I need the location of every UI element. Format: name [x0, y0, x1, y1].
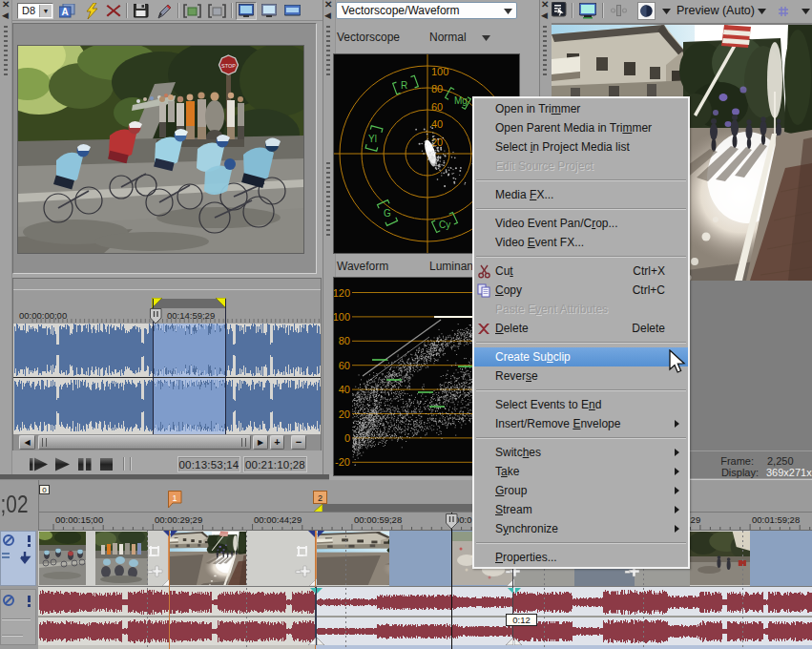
svg-text:100: 100 — [431, 66, 448, 77]
svg-text:60: 60 — [431, 101, 443, 113]
svg-text:Cy: Cy — [439, 220, 450, 230]
svg-text:1: 1 — [172, 493, 177, 503]
svg-text:STOP: STOP — [221, 63, 236, 69]
svg-text:120: 120 — [333, 287, 350, 299]
svg-text:Mg: Mg — [454, 95, 468, 106]
svg-text:Yl: Yl — [368, 134, 377, 144]
svg-text:G: G — [384, 208, 391, 219]
svg-text:20: 20 — [339, 408, 350, 420]
svg-text:80: 80 — [431, 83, 443, 94]
svg-text:0: 0 — [344, 432, 350, 444]
svg-text:80: 80 — [339, 335, 350, 346]
svg-text:60: 60 — [339, 360, 350, 371]
svg-text:-20: -20 — [335, 456, 350, 468]
svg-text:40: 40 — [339, 384, 350, 395]
svg-text:100: 100 — [333, 311, 350, 323]
svg-text:R: R — [401, 80, 407, 91]
svg-text:2: 2 — [318, 493, 323, 503]
svg-text:A: A — [61, 7, 68, 17]
